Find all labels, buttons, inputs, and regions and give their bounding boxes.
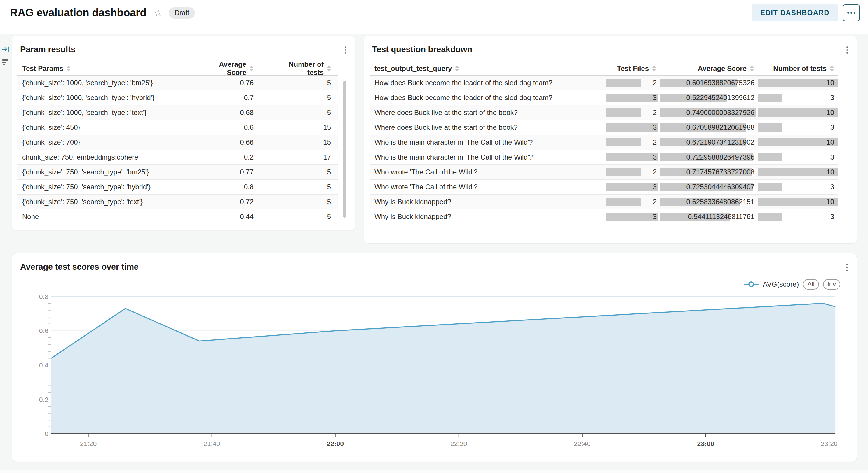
column-label: test_output_test_query [374,64,452,73]
table-header-row: test_output_test_queryTest FilesAverage … [370,62,838,75]
sort-icon [652,66,656,71]
data-bar [606,168,641,176]
table-cell: 2 [604,105,658,120]
collapse-panel-icon[interactable] [2,45,9,53]
table-cell: Where does Buck live at the start of the… [370,105,604,120]
cell-value: 3 [653,212,657,221]
table-cell: chunk_size: 750, embeddings:cohere [17,150,213,165]
cell-value: 3 [653,94,657,102]
table-row: Why is Buck kidnapped?30.544111324681176… [370,209,838,224]
data-bar [606,153,658,161]
data-bar [758,183,782,191]
table-cell: 10 [756,105,838,120]
panel-title: Param results [20,45,347,54]
table-row: Who is the main character in 'The Call o… [370,135,838,150]
x-tick-label: 23:20 [821,440,837,447]
table-cell: 15 [271,120,338,135]
cell-value: 0.7490000003327926 [686,108,754,116]
x-tick-label: 23:00 [697,440,714,447]
table-row: {'chunk_size': 1000, 'search_type': 'tex… [17,105,338,120]
cell-value: 0.7229588826497396 [686,153,754,161]
table-cell: Why is Buck kidnapped? [370,209,604,224]
table-cell: Who wrote 'The Call of the Wild'? [370,165,604,179]
column-header-files[interactable]: Test Files [604,64,658,73]
data-bar [606,108,641,116]
cell-value: 2 [653,198,657,206]
cell-value: 3 [653,183,657,191]
table-cell: {'chunk_size': 1000, 'search_type': 'bm2… [17,75,213,90]
y-tick-label: 0.4 [39,361,49,369]
table-scrollbar[interactable] [343,81,346,217]
table-cell: 17 [271,150,338,165]
cell-value: 0.7253044446309407 [686,183,754,191]
cell-value: 3 [830,183,834,191]
y-tick-label: 0.2 [39,396,49,403]
table-cell: {'chunk_size': 750, 'search_type': 'bm25… [17,165,213,179]
table-cell: 0.5229452401399612 [658,91,756,105]
data-bar [758,94,782,102]
data-bar [606,183,658,191]
table-cell: 5 [271,180,338,194]
table-cell: 5 [271,209,338,224]
data-bar [758,108,838,116]
table-row: Who is the main character in 'The Call o… [370,150,838,165]
column-label: Number of tests [271,60,324,77]
table-cell: Where does Buck live at the start of the… [370,120,604,135]
cell-value: 0.6705898212061988 [686,123,754,132]
table-cell: {'chunk_size': 1000, 'search_type': 'hyb… [17,91,213,105]
page-header: RAG evaluation dashboard ☆ Draft EDIT DA… [0,0,868,34]
table-row: {'chunk_size': 750, 'search_type': 'bm25… [17,165,338,180]
question-breakdown-table: test_output_test_queryTest FilesAverage … [370,62,838,224]
table-body: How does Buck become the leader of the s… [370,75,838,224]
edit-dashboard-button[interactable]: EDIT DASHBOARD [751,4,838,21]
table-cell: 0.8 [213,180,271,194]
legend-all-button[interactable]: All [803,279,819,290]
column-header-tests[interactable]: Number of tests [756,64,838,73]
table-header-row: Test ParamsAverage ScoreNumber of tests [17,62,338,75]
cell-value: 10 [826,108,834,116]
cell-value: 10 [826,168,834,176]
table-cell: 2 [604,75,658,90]
filter-icon[interactable] [2,58,9,66]
column-header-params[interactable]: Test Params [17,64,213,73]
kebab-menu-icon[interactable] [344,45,348,55]
legend-series-icon [744,281,759,288]
table-row: {'chunk_size': 750, 'search_type': 'hybr… [17,180,338,195]
data-bar [606,138,641,146]
kebab-menu-icon[interactable] [845,45,849,55]
column-header-score[interactable]: Average Score [658,64,756,73]
sort-icon [750,66,754,71]
column-header-avg_score[interactable]: Average Score [213,60,271,77]
column-header-num_tests[interactable]: Number of tests [271,60,338,77]
data-bar [606,79,641,87]
kebab-menu-icon[interactable] [845,263,849,272]
table-cell: 0.6705898212061988 [658,120,756,135]
question-breakdown-panel: Test question breakdown test_output_test… [364,36,857,244]
status-badge: Draft [169,7,195,19]
table-row: {'chunk_size': 450}0.615 [17,120,338,135]
table-row: Where does Buck live at the start of the… [370,120,838,135]
legend-series-label[interactable]: AVG(score) [763,280,799,289]
column-label: Average Score [213,60,246,77]
column-label: Test Params [22,64,63,73]
table-cell: 0.76 [213,75,271,90]
cell-value: 0.7174576733727008 [686,168,754,176]
table-cell: 10 [756,165,838,179]
x-tick-label: 22:00 [327,440,344,447]
data-bar [606,198,641,206]
table-cell: 0.5441113246811761 [658,209,756,224]
sort-icon [327,66,331,71]
data-bar [758,212,782,221]
cell-value: 2 [653,138,657,146]
table-cell: 3 [604,120,658,135]
y-tick-label: 0 [45,430,49,437]
table-cell: 10 [756,135,838,149]
data-bar [758,79,838,87]
ellipsis-menu-button[interactable] [843,4,860,21]
star-icon[interactable]: ☆ [154,8,162,18]
column-header-query[interactable]: test_output_test_query [370,64,604,73]
legend-inv-button[interactable]: Inv [823,279,840,290]
table-cell: How does Buck become the leader of the s… [370,75,604,90]
table-cell: 0.7 [213,91,271,105]
cell-value: 10 [826,198,834,206]
